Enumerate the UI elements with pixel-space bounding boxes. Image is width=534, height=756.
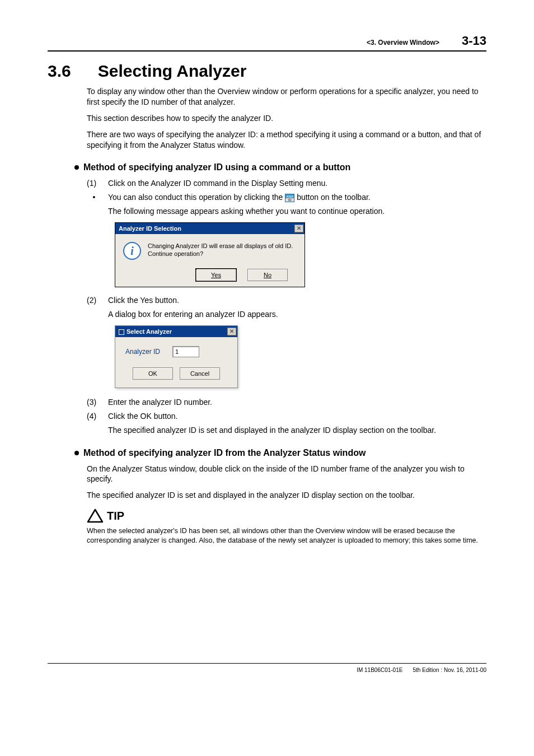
step-1c-text: The following message appears asking whe… (108, 206, 486, 217)
bullet-icon (74, 451, 79, 455)
footer-edition: 5th Edition : Nov. 16, 2011-00 (413, 667, 486, 673)
cancel-button[interactable]: Cancel (180, 367, 220, 380)
step-3: (3) Enter the analyzer ID number. (87, 397, 486, 408)
close-icon[interactable]: ✕ (294, 225, 303, 232)
svg-marker-0 (88, 510, 102, 522)
no-button[interactable]: No (247, 269, 288, 281)
page-header: <3. Overview Window> 3-13 (48, 34, 486, 52)
step-1-text: Click on the Analyzer ID command in the … (108, 178, 486, 189)
step-4b-text: The specified analyzer ID is set and dis… (108, 425, 486, 436)
step-1-num: (1) (87, 178, 101, 189)
analyzer-id-input[interactable] (172, 346, 199, 357)
method1-heading: Method of specifying analyzer ID using a… (74, 162, 486, 172)
page-footer: IM 11B06C01-01E 5th Edition : Nov. 16, 2… (48, 663, 486, 673)
close-icon[interactable]: ✕ (227, 328, 236, 335)
dialog2-title-text: Select Analyzer (119, 328, 172, 335)
intro-para-3: There are two ways of specifying the ana… (87, 129, 486, 151)
ana-id-toolbar-icon: ANA (285, 194, 294, 202)
analyzer-id-selection-dialog: Analyzer ID Selection ✕ i Changing Analy… (115, 222, 305, 287)
page-number: 3-13 (462, 34, 486, 48)
step-4-num: (4) (87, 411, 101, 422)
step-2b-text: A dialog box for entering an analyzer ID… (108, 309, 486, 320)
app-icon (119, 329, 124, 335)
bullet-icon (74, 165, 79, 170)
dialog1-msg-line2: Continue operation? (148, 250, 293, 258)
step-1b-post: button on the toolbar. (294, 193, 370, 202)
intro-para-2: This section describes how to specify th… (87, 113, 486, 124)
step-1b-text: You can also conduct this operation by c… (108, 192, 486, 203)
tip-text: When the selected analyzer's ID has been… (87, 526, 486, 545)
section-number: 3.6 (48, 62, 71, 81)
section-title: 3.6 Selecting Analyzer (48, 62, 486, 81)
dialog1-title-text: Analyzer ID Selection (119, 225, 181, 232)
info-icon: i (123, 242, 141, 260)
step-4: (4) Click the OK button. (87, 411, 486, 422)
dialog1-msg-line1: Changing Analyzer ID will erase all disp… (148, 242, 293, 250)
step-3-num: (3) (87, 397, 101, 408)
dialog1-titlebar: Analyzer ID Selection ✕ (115, 223, 305, 234)
bullet-char: • (87, 192, 101, 203)
step-2: (2) Click the Yes button. (87, 295, 486, 306)
footer-doc-id: IM 11B06C01-01E (357, 667, 402, 673)
step-1b-pre: You can also conduct this operation by c… (108, 193, 285, 202)
section-heading: Selecting Analyzer (98, 62, 247, 81)
warning-triangle-icon (87, 508, 104, 523)
method2-para-2: The specified analyzer ID is set and dis… (87, 490, 486, 501)
ok-button[interactable]: OK (133, 367, 173, 380)
yes-button[interactable]: Yes (196, 269, 236, 281)
dialog1-message: Changing Analyzer ID will erase all disp… (148, 242, 293, 258)
method2-para-1: On the Analyzer Status window, double cl… (87, 464, 486, 485)
step-2-text: Click the Yes button. (108, 295, 486, 306)
intro-para-1: To display any window other than the Ove… (87, 86, 486, 108)
tip-block: TIP When the selected analyzer's ID has … (87, 508, 486, 545)
step-1-bullet: • You can also conduct this operation by… (87, 192, 486, 203)
method2-heading-text: Method of specifying analyzer ID from th… (83, 448, 366, 458)
analyzer-id-label: Analyzer ID (125, 348, 160, 356)
method2-heading: Method of specifying analyzer ID from th… (74, 448, 486, 458)
step-3-text: Enter the analyzer ID number. (108, 397, 486, 408)
select-analyzer-dialog: Select Analyzer ✕ Analyzer ID OK Cancel (115, 325, 238, 388)
step-1: (1) Click on the Analyzer ID command in … (87, 178, 486, 189)
chapter-label: <3. Overview Window> (367, 39, 439, 46)
step-4-text: Click the OK button. (108, 411, 486, 422)
method1-heading-text: Method of specifying analyzer ID using a… (83, 162, 350, 172)
tip-label: TIP (107, 510, 124, 522)
dialog2-titlebar: Select Analyzer ✕ (115, 326, 237, 337)
step-2-num: (2) (87, 295, 101, 306)
